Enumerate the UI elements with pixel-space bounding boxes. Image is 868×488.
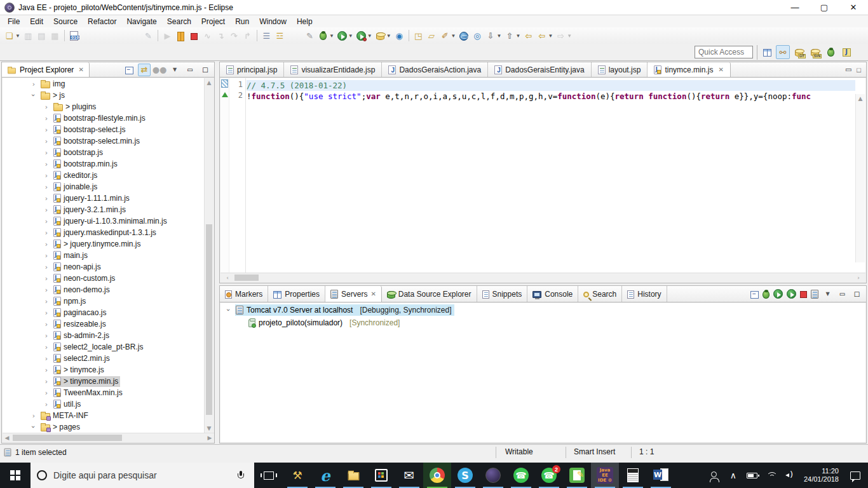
perspective-java[interactable]: J <box>839 45 853 59</box>
tree-item-jquery-3.2.1.min.js[interactable]: ›jquery-3.2.1.min.js <box>3 204 205 215</box>
tree-item-bootstrap-filestyle.min.js[interactable]: ›bootstrap-filestyle.min.js <box>3 112 205 124</box>
start-button[interactable] <box>773 289 783 299</box>
chevron-right-icon[interactable]: › <box>43 138 50 144</box>
debug-button[interactable] <box>763 290 770 299</box>
dropdown-arrow-icon[interactable]: ▼ <box>515 33 520 39</box>
chevron-right-icon[interactable]: › <box>43 104 50 110</box>
chevron-right-icon[interactable]: › <box>43 401 50 407</box>
new-artifact-button[interactable]: ▼ <box>374 29 393 43</box>
tree-item-img[interactable]: ›img <box>3 78 205 90</box>
maximize-view-button[interactable]: □ <box>199 64 212 76</box>
chevron-right-icon[interactable]: › <box>43 287 50 293</box>
dropdown-arrow-icon[interactable]: ▼ <box>367 33 372 39</box>
tree-item-jquery-1.11.1.min.js[interactable]: ›jquery-1.11.1.min.js <box>3 193 205 204</box>
last-edit-location-button[interactable]: ⇦ <box>522 29 535 43</box>
tree-item-sb-admin-2.js[interactable]: ›sb-admin-2.js <box>3 330 205 341</box>
chevron-right-icon[interactable]: › <box>43 390 50 396</box>
tab-search[interactable]: Search <box>578 286 622 302</box>
debug-button[interactable]: ▼ <box>316 29 336 43</box>
chevron-right-icon[interactable]: › <box>43 161 50 167</box>
editor-tab-layout.jsp[interactable]: layout.jsp <box>592 62 648 77</box>
tree-item-npm.js[interactable]: ›npm.js <box>3 295 205 307</box>
action-center-button[interactable] <box>843 463 868 488</box>
tree-item-ckeditor.js[interactable]: ›ckeditor.js <box>3 170 205 181</box>
chevron-right-icon[interactable]: › <box>43 229 50 236</box>
chevron-right-icon[interactable]: › <box>43 252 50 259</box>
chevron-right-icon[interactable]: › <box>43 241 50 247</box>
chevron-right-icon[interactable]: › <box>43 149 50 156</box>
taskbar-app-chrome[interactable] <box>423 463 451 488</box>
use-step-filters-button[interactable]: ☲ <box>273 29 287 43</box>
chevron-down-icon[interactable]: › <box>226 307 232 313</box>
forward-history-button[interactable]: ⇨▼ <box>554 29 573 43</box>
minimize-view-button[interactable]: ▭ <box>184 64 196 76</box>
microphone-icon[interactable] <box>238 471 244 480</box>
tab-data-source-explorer[interactable]: Data Source Explorer <box>382 286 477 302</box>
chevron-right-icon[interactable]: › <box>43 126 50 133</box>
taskbar-app-calculator[interactable] <box>619 463 647 488</box>
taskbar-app-notepad[interactable]: ✎ <box>563 463 591 488</box>
chevron-right-icon[interactable]: › <box>43 367 50 373</box>
chevron-right-icon[interactable]: › <box>43 115 50 121</box>
editor-body[interactable]: 12 ▲ // 4.7.5 (2018-01-22)!function(){"u… <box>220 78 865 273</box>
tree-item-joinable.js[interactable]: ›joinable.js <box>3 181 205 193</box>
taskbar-app-eclipse[interactable] <box>479 463 507 488</box>
tree-item-bootstrap.js[interactable]: ›bootstrap.js <box>3 147 205 158</box>
menu-edit[interactable]: Edit <box>25 16 48 27</box>
chevron-right-icon[interactable]: › <box>43 309 50 316</box>
dropdown-arrow-icon[interactable]: ▼ <box>348 33 353 39</box>
menu-run[interactable]: Run <box>230 16 254 27</box>
chevron-right-icon[interactable]: › <box>43 344 50 350</box>
editor-tab-DadosGeraisEntity.java[interactable]: DadosGeraisEntity.java <box>488 62 592 77</box>
step-over-button[interactable]: ↷ <box>227 29 241 43</box>
people-button[interactable] <box>705 463 724 488</box>
previous-annotation-button[interactable]: ⇧▼ <box>503 29 522 43</box>
collapse-all-button[interactable] <box>123 64 135 76</box>
tree-item-paginacao.js[interactable]: ›paginacao.js <box>3 307 205 318</box>
menu-help[interactable]: Help <box>292 16 318 27</box>
server-row-projeto_piloto(simulador)[interactable]: projeto_piloto(simulador)[Synchronized] <box>220 317 865 329</box>
dropdown-arrow-icon[interactable]: ▼ <box>497 33 502 39</box>
tree-item-util.js[interactable]: ›util.js <box>3 398 205 410</box>
disconnect-button[interactable]: ∿ <box>201 29 214 43</box>
perspective-git[interactable]: GIT <box>792 45 806 59</box>
quick-access-input[interactable] <box>695 46 753 58</box>
save-button[interactable]: ▥ <box>22 29 35 43</box>
tree-item-tinymce.min.js[interactable]: ›> tinymce.min.js <box>3 376 205 387</box>
chevron-right-icon[interactable]: › <box>43 184 50 190</box>
coverage-button[interactable]: ▼ <box>355 29 374 43</box>
tree-item-js[interactable]: ›> js <box>3 90 205 101</box>
tree-item-bootstrap-select.js[interactable]: ›bootstrap-select.js <box>3 124 205 135</box>
chevron-right-icon[interactable]: › <box>31 81 37 87</box>
taskbar-app-edge[interactable]: e <box>311 463 339 488</box>
next-annotation-button[interactable]: ⇩▼ <box>484 29 503 43</box>
tree-item-neon-demo.js[interactable]: ›neon-demo.js <box>3 284 205 295</box>
tab-servers[interactable]: Servers✕ <box>325 286 382 302</box>
tree-vertical-scrollbar[interactable]: ▲ ▼ <box>204 78 214 433</box>
open-web-folder-button[interactable]: ◳ <box>412 29 425 43</box>
tab-project-explorer[interactable]: Project Explorer ✕ <box>2 62 90 77</box>
tree-item-neon-api.js[interactable]: ›neon-api.js <box>3 261 205 273</box>
dropdown-arrow-icon[interactable]: ▼ <box>548 33 553 39</box>
close-icon[interactable]: ✕ <box>78 66 83 73</box>
editor-horizontal-scrollbar[interactable]: ‹ › <box>220 273 865 282</box>
stop-button[interactable] <box>800 291 807 298</box>
dropdown-arrow-icon[interactable]: ▼ <box>386 33 391 39</box>
resume-button[interactable]: ▶ <box>161 29 174 43</box>
run-button[interactable]: ▼ <box>336 29 355 43</box>
dropdown-arrow-icon[interactable]: ▼ <box>451 33 456 39</box>
tree-item-select2_locale_pt-BR.js[interactable]: ›select2_locale_pt-BR.js <box>3 341 205 353</box>
tree-item-jquery-ui-1.10.3.minimal.min.js[interactable]: ›jquery-ui-1.10.3.minimal.min.js <box>3 215 205 227</box>
taskbar-app-word[interactable]: W <box>647 463 675 488</box>
hidden-icons-button[interactable]: ∧ <box>724 463 743 488</box>
view-menu-button[interactable]: ▼ <box>168 64 181 76</box>
chevron-right-icon[interactable]: › <box>43 207 50 213</box>
chevron-right-icon[interactable]: › <box>43 264 50 270</box>
perspective-java-ee[interactable]: ⚯ <box>776 45 790 59</box>
tree-item-TweenMax.min.js[interactable]: ›TweenMax.min.js <box>3 387 205 398</box>
tab-console[interactable]: Console <box>527 286 578 302</box>
editor-tab-visualizarEntidade.jsp[interactable]: visualizarEntidade.jsp <box>284 62 382 77</box>
taskbar-app-mail[interactable]: ✉ <box>395 463 423 488</box>
close-tab-icon[interactable]: ✕ <box>718 66 723 73</box>
tab-markers[interactable]: Markers <box>220 286 268 302</box>
